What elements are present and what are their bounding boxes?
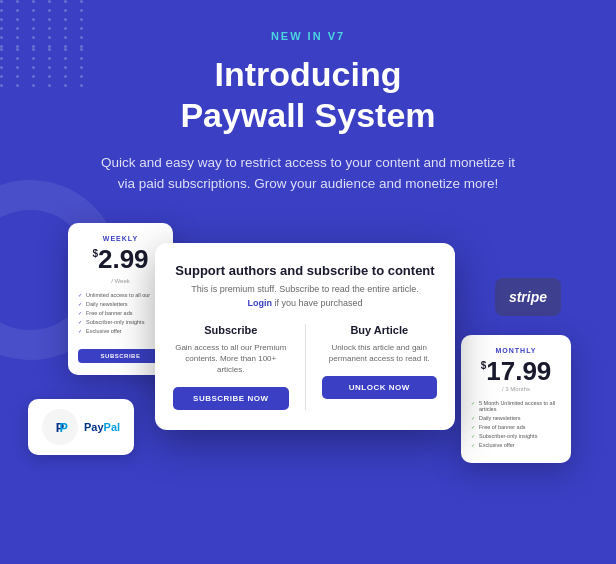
login-link[interactable]: Login	[247, 298, 272, 308]
monthly-features: 5 Month Unlimited access to all articles…	[471, 400, 561, 448]
modal-title: Support authors and subscribe to content	[173, 263, 437, 278]
weekly-price-row: $ 2.99	[78, 246, 163, 272]
subtitle: Quick and easy way to restrict access to…	[98, 152, 518, 195]
monthly-feature-1: 5 Month Unlimited access to all articles	[471, 400, 561, 412]
stripe-badge: stripe	[495, 278, 561, 316]
weekly-card-label: WEEKLY	[78, 235, 163, 242]
buy-article-option: Buy Article Unlock this article and gain…	[322, 324, 438, 411]
login-suffix: if you have purchased	[274, 298, 362, 308]
buy-article-desc: Unlock this article and gain permanent a…	[322, 342, 438, 364]
modal-options-row: Subscribe Gain access to all our Premium…	[173, 324, 437, 411]
monthly-feature-4: Subscriber-only insights	[471, 433, 561, 439]
paypal-icon: P P	[42, 409, 78, 445]
monthly-period: / 3 Months	[471, 386, 561, 392]
modal-divider	[305, 324, 306, 411]
weekly-features: Unlimited access to all our Daily newsle…	[78, 292, 163, 334]
monthly-price-row: $ 17.99	[471, 358, 561, 384]
weekly-feature-2: Daily newsletters	[78, 301, 163, 307]
weekly-feature-3: Free of banner ads	[78, 310, 163, 316]
subscribe-desc: Gain access to all our Premium contents.…	[173, 342, 289, 376]
subscribe-now-button[interactable]: SUBSCRIBE NOW	[173, 387, 289, 410]
paywall-modal: Support authors and subscribe to content…	[155, 243, 455, 431]
monthly-feature-2: Daily newsletters	[471, 415, 561, 421]
weekly-feature-5: Exclusive offer	[78, 328, 163, 334]
badge: NEW IN V7	[271, 30, 345, 42]
modal-login-text: Login if you have purchased	[173, 298, 437, 308]
paypal-badge: P P PayPal	[28, 399, 134, 455]
modal-subtitle: This is premium stuff. Subscribe to read…	[173, 284, 437, 294]
monthly-feature-5: Exclusive offer	[471, 442, 561, 448]
monthly-feature-3: Free of banner ads	[471, 424, 561, 430]
weekly-feature-4: Subscriber-only insights	[78, 319, 163, 325]
weekly-price: 2.99	[98, 246, 149, 272]
subscribe-title: Subscribe	[204, 324, 257, 336]
cards-area: WEEKLY $ 2.99 / Week Unlimited access to…	[0, 223, 616, 463]
stripe-label: stripe	[509, 289, 547, 305]
buy-article-title: Buy Article	[350, 324, 408, 336]
subscribe-option: Subscribe Gain access to all our Premium…	[173, 324, 289, 411]
monthly-price: 17.99	[486, 358, 551, 384]
page-content: NEW IN V7 IntroducingPaywall System Quic…	[0, 0, 616, 463]
unlock-now-button[interactable]: UNLOCK NOW	[322, 376, 438, 399]
svg-text:P: P	[59, 421, 67, 435]
weekly-feature-1: Unlimited access to all our	[78, 292, 163, 298]
weekly-period: / Week	[78, 278, 163, 284]
main-title: IntroducingPaywall System	[180, 54, 435, 136]
monthly-card-label: MONTHLY	[471, 347, 561, 354]
weekly-subscribe-button[interactable]: SUBSCRIBE	[78, 349, 163, 363]
monthly-pricing-card: MONTHLY $ 17.99 / 3 Months 5 Month Unlim…	[461, 335, 571, 463]
paypal-label: PayPal	[84, 421, 120, 433]
